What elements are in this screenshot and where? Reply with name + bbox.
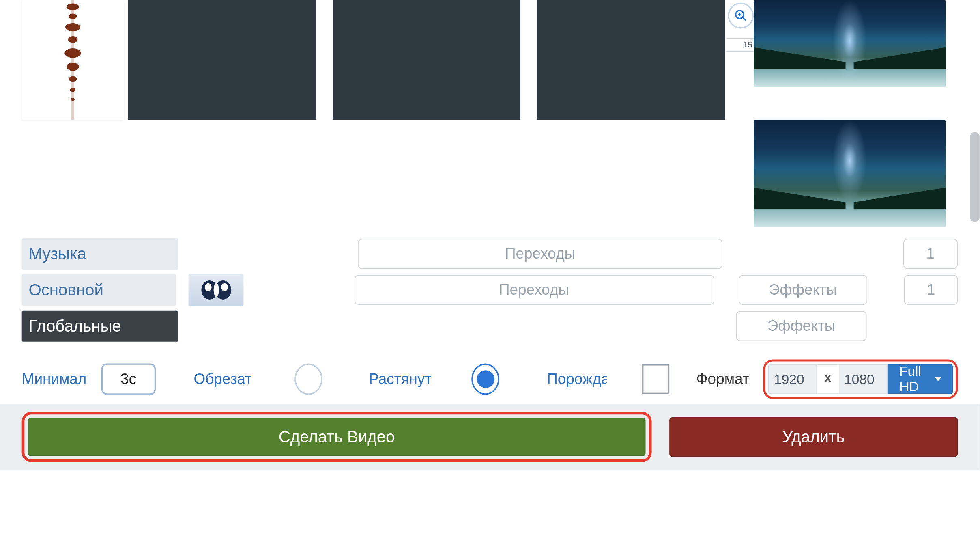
make-video-button[interactable]: Сделать Видео [28,418,646,456]
count-input[interactable]: 1 [903,239,958,269]
timeline-clip[interactable] [333,0,521,120]
svg-point-8 [70,88,75,92]
timeline-clip[interactable] [537,0,725,120]
vertical-scrollbar[interactable] [970,132,979,222]
zoom-in-icon [734,9,748,23]
svg-point-2 [69,14,77,19]
waveform-icon [62,0,83,120]
generate-label: Порождать [547,370,607,388]
dimension-separator: X [817,364,839,394]
svg-point-18 [221,283,228,291]
preview-thumbnail[interactable] [754,0,946,87]
zoom-tick: 15 [726,38,755,52]
zoom-in-button[interactable] [728,3,754,29]
track-global-tag[interactable]: Глобальные [22,310,178,342]
resolution-preset-dropdown[interactable]: Full HD [888,364,953,394]
svg-point-17 [204,283,211,291]
svg-line-11 [742,17,746,21]
format-label: Формат [696,370,750,388]
stretch-radio[interactable] [471,364,499,395]
min-duration-input[interactable] [101,364,156,395]
crop-radio[interactable] [294,364,322,395]
make-video-highlight: Сделать Видео [22,412,652,462]
svg-point-16 [213,283,219,297]
svg-point-3 [65,23,80,31]
svg-point-4 [68,36,77,43]
audio-waveform[interactable] [22,0,124,120]
timeline-clip[interactable] [128,0,316,120]
resolution-preset-label: Full HD [899,364,929,395]
crop-label: Обрезать [193,370,251,388]
track-main-tag[interactable]: Основной [22,274,176,306]
svg-point-1 [67,3,79,10]
transitions-button[interactable]: Переходы [358,239,722,269]
generate-checkbox[interactable] [643,364,669,394]
count-input[interactable]: 1 [904,275,958,305]
effects-button[interactable]: Эффекты [736,311,867,341]
delete-button[interactable]: Удалить [669,417,958,457]
transitions-button[interactable]: Переходы [354,275,714,305]
height-input[interactable] [839,364,888,394]
format-group: X Full HD [763,359,958,399]
min-duration-label: Минимальн [22,370,88,388]
preview-thumbnail[interactable]: 20.833 [754,120,946,227]
svg-point-6 [67,63,79,71]
svg-point-9 [71,98,75,101]
chevron-down-icon [935,377,941,381]
butterfly-icon [196,278,236,302]
svg-point-5 [64,48,81,58]
clip-thumbnail[interactable] [189,274,244,306]
svg-point-7 [69,76,77,82]
effects-button[interactable]: Эффекты [739,275,868,305]
width-input[interactable] [768,364,817,394]
track-music-tag[interactable]: Музыка [22,238,178,270]
stretch-label: Растянуть [369,370,431,388]
